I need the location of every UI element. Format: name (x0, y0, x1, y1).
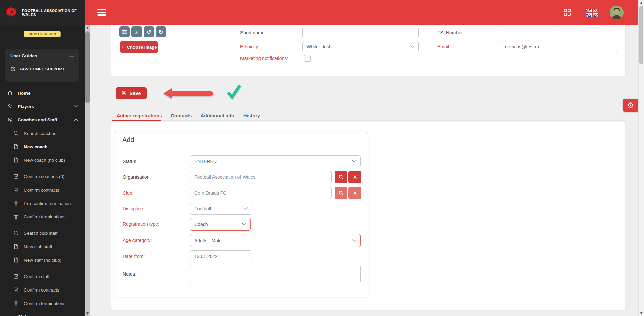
save-floppy-icon (122, 91, 127, 96)
sidebar-item-home[interactable]: Home (0, 86, 85, 100)
choose-image-button[interactable]: + Choose image (120, 41, 158, 53)
brand-block: FOOTBALL ASSOCIATION OF WALES (0, 0, 85, 25)
fsi-number-label: FSI Number: (437, 27, 464, 38)
sidebar-item-confirm-coaches[interactable]: Confirm coaches (0) (0, 170, 85, 183)
sidebar-divider (4, 43, 80, 43)
profile-card: ✂ ↺ ↻ + Choose image Short name: Ethnici… (111, 25, 626, 76)
rotate-left-button[interactable]: ↺ (144, 26, 154, 37)
discipline-select[interactable]: Football (190, 203, 252, 215)
sidebar-item-new-staff-no-club[interactable]: New staff (no club) (0, 253, 85, 267)
sidebar-item-search-coaches[interactable]: Search coaches (0, 126, 85, 140)
fsi-number-input[interactable] (501, 27, 558, 38)
sidebar-scrollbar-thumb[interactable] (85, 31, 90, 103)
sidebar-item-search-club-staff[interactable]: Search club staff (0, 226, 85, 240)
short-name-label: Short name: (240, 27, 266, 38)
page-scrollbar-thumb[interactable] (639, 6, 643, 64)
chevron-down-icon (352, 160, 356, 163)
app-window: FOOTBALL ASSOCIATION OF WALES (0, 0, 644, 316)
short-name-input[interactable] (302, 27, 419, 38)
ethnicity-label: Ethnicity: (240, 41, 259, 52)
add-registration-card: Add Status: ENTERED Organisation: Footba… (114, 132, 368, 297)
ethnicity-value: White - Irish (307, 44, 332, 49)
user-avatar[interactable] (610, 6, 624, 19)
notes-textarea[interactable] (190, 265, 361, 283)
ethnicity-select[interactable]: White - Irish (302, 41, 419, 52)
redo-icon: ↻ (158, 29, 163, 35)
sidebar-scrollbar[interactable]: ▲ ▼ (85, 25, 90, 316)
card-divider (429, 25, 429, 76)
chevron-up-icon (74, 118, 78, 121)
add-card-divider (121, 149, 361, 149)
date-from-input[interactable]: 13.01.2022 (190, 250, 252, 262)
scroll-up-icon[interactable]: ▲ (85, 25, 90, 31)
menu-label: New coach (no club) (24, 158, 65, 163)
rotate-right-button[interactable]: ↻ (156, 26, 166, 37)
club-clear-button[interactable]: × (348, 187, 361, 199)
organisation-input[interactable]: Football Association of Wales (190, 171, 332, 183)
sidebar-item-players[interactable]: Players (0, 100, 85, 113)
trash-icon (13, 301, 19, 306)
sidebar-item-clubs[interactable]: Clubs (0, 310, 85, 316)
save-button[interactable]: Save (116, 87, 147, 99)
tab-bar: Active registrations Contacts Additional… (112, 111, 264, 120)
apps-grid-icon[interactable] (564, 9, 571, 16)
menu-label: Confirm terminations (24, 214, 66, 219)
sidebar-item-confirm-staff[interactable]: Confirm staff (0, 270, 85, 283)
menu-divider (5, 225, 80, 225)
faw-comet-support-link[interactable]: FAW COMET SUPPORT (5, 62, 79, 76)
chevron-down-icon (242, 223, 246, 226)
sidebar-item-new-coach[interactable]: New coach (0, 140, 85, 153)
faw-dragon-logo (5, 6, 18, 20)
hamburger-menu-icon[interactable] (97, 9, 106, 17)
scroll-down-icon[interactable]: ▼ (85, 311, 90, 316)
registration-type-select[interactable]: Coach (190, 218, 251, 231)
camera-button[interactable] (119, 26, 130, 37)
file-icon (13, 157, 19, 163)
tab-additional-info[interactable]: Additional info (196, 111, 238, 120)
sidebar-item-coaches-and-staff[interactable]: Coaches and Staff (0, 113, 85, 126)
club-search-button[interactable] (335, 187, 347, 199)
file-icon (13, 244, 19, 249)
marketing-notifications-label: Marketing notifications: (240, 55, 288, 62)
email-input[interactable] (501, 41, 617, 52)
close-icon: × (353, 174, 357, 180)
tab-contacts[interactable]: Contacts (166, 111, 196, 120)
date-from-value: 13.01.2022 (194, 254, 218, 259)
status-select[interactable]: ENTERED (190, 155, 361, 167)
menu-label: Confirm terminations (24, 301, 66, 306)
file-icon (13, 144, 19, 149)
sidebar-item-confirm-contracts[interactable]: Confirm contracts (0, 183, 85, 197)
age-category-select[interactable]: Adults - Male (190, 234, 361, 247)
club-input[interactable]: Cefn Druids FC (190, 187, 332, 199)
plus-icon: + (121, 44, 125, 50)
organisation-label: Organisation: (123, 171, 151, 183)
sidebar-item-new-coach-no-club[interactable]: New coach (no club) (0, 153, 85, 167)
uk-flag-language-icon[interactable] (586, 9, 598, 17)
support-link-label: FAW COMET SUPPORT (20, 67, 65, 71)
trash-icon (13, 214, 19, 219)
organisation-clear-button[interactable]: × (348, 171, 361, 183)
sidebar-item-confirm-terminations[interactable]: Confirm terminations (0, 210, 85, 223)
menu-label: Clubs (18, 314, 31, 316)
sidebar-item-confirm-contracts-staff[interactable]: Confirm contracts (0, 283, 85, 297)
sidebar-item-pre-confirm-termination[interactable]: Pre-confirm termination (0, 197, 85, 210)
marketing-notifications-checkbox[interactable] (304, 55, 311, 62)
menu-label: Confirm contracts (24, 188, 59, 193)
tab-history[interactable]: History (239, 111, 264, 120)
check-square-icon (13, 287, 19, 293)
menu-label: Pre-confirm termination (24, 201, 71, 206)
settings-gear-button[interactable]: ⚙ (623, 99, 638, 112)
tab-active-registrations[interactable]: Active registrations (112, 111, 166, 120)
chevron-down-icon (74, 105, 78, 108)
page-scrollbar[interactable]: ▲ ▼ (638, 0, 644, 316)
discipline-label: Discipline: (123, 203, 144, 215)
choose-image-label: Choose image (127, 45, 157, 50)
sidebar-item-confirm-terminations-staff[interactable]: Confirm terminations (0, 297, 85, 310)
organisation-search-button[interactable] (335, 171, 347, 183)
crop-button[interactable]: ✂ (131, 26, 142, 37)
sidebar-item-new-club-staff[interactable]: New club staff (0, 240, 85, 253)
discipline-value: Football (194, 206, 211, 211)
scroll-down-icon[interactable]: ▼ (639, 311, 644, 316)
scroll-up-icon[interactable]: ▲ (639, 0, 644, 5)
collapse-minus-icon[interactable]: — (70, 53, 74, 58)
